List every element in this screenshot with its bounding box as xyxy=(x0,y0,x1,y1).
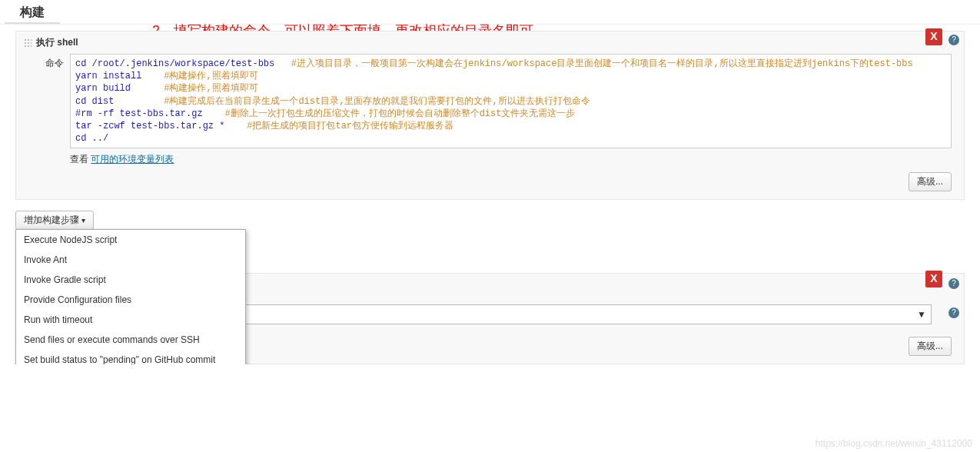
env-vars-prefix: 查看 xyxy=(70,154,91,165)
command-label: 命令 xyxy=(28,54,70,70)
drag-handle-icon[interactable] xyxy=(24,38,32,48)
dropdown-item[interactable]: Run with timeout xyxy=(16,310,245,330)
command-textarea[interactable]: cd /root/.jenkins/workspace/test-bbs #进入… xyxy=(70,54,952,148)
step-header: 执行 shell xyxy=(22,36,958,52)
delete-step-button-2[interactable]: X xyxy=(925,271,942,287)
env-vars-row: 查看 可用的环境变量列表 xyxy=(22,150,958,168)
dropdown-item[interactable]: Execute NodeJS script xyxy=(16,230,245,250)
add-build-step-button[interactable]: 增加构建步骤 xyxy=(15,211,94,230)
advanced-button-2[interactable]: 高级... xyxy=(909,337,952,356)
chevron-down-icon: ▼ xyxy=(917,309,926,320)
delete-step-button[interactable]: X xyxy=(925,28,942,45)
dropdown-item[interactable]: Invoke Gradle script xyxy=(16,270,245,290)
dropdown-item[interactable]: Send files or execute commands over SSH xyxy=(16,330,245,350)
advanced-button[interactable]: 高级... xyxy=(909,172,952,191)
dropdown-item[interactable]: Invoke Ant xyxy=(16,250,245,270)
help-icon[interactable]: ? xyxy=(948,35,959,45)
dropdown-item[interactable]: Set build status to "pending" on GitHub … xyxy=(16,350,245,364)
section-title-build: 构建 xyxy=(5,0,60,24)
step-title: 执行 shell xyxy=(36,36,78,49)
add-build-step-dropdown: Execute NodeJS scriptInvoke AntInvoke Gr… xyxy=(15,229,246,364)
build-step-execute-shell: X ? 执行 shell 命令 cd /root/.jenkins/worksp… xyxy=(15,31,965,200)
help-icon[interactable]: ? xyxy=(948,278,959,289)
env-vars-link[interactable]: 可用的环境变量列表 xyxy=(91,154,174,165)
dropdown-item[interactable]: Provide Configuration files xyxy=(16,290,245,310)
help-icon[interactable]: ? xyxy=(948,307,959,318)
